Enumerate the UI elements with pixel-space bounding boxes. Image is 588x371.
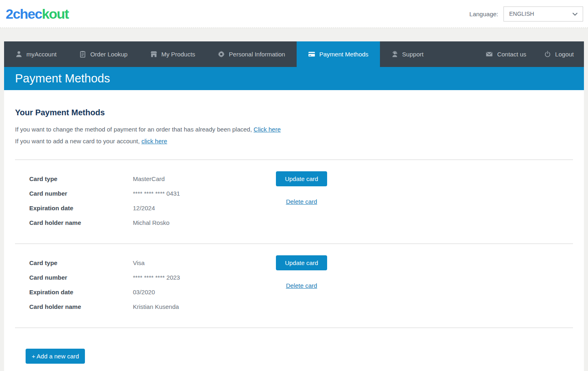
expiration-date-value: 12/2024: [133, 204, 155, 213]
brand-logo-part1: 2chec: [6, 6, 42, 22]
language-selected-value: ENGLISH: [509, 11, 534, 17]
card-type-value: Visa: [133, 259, 145, 267]
expiration-date-label: Expiration date: [29, 288, 133, 297]
card-fields: Card type MasterCard Card number **** **…: [29, 175, 276, 233]
card-number-value: **** **** **** 2023: [133, 273, 180, 282]
card-holder-row: Card holder name Kristian Kusenda: [29, 302, 276, 317]
nav-item-label: My Products: [161, 51, 195, 58]
page-content: Your Payment Methods If you want to chan…: [4, 90, 584, 371]
gear-icon: [218, 51, 225, 58]
add-card-row: + Add a new card: [15, 328, 573, 364]
update-card-button[interactable]: Update card: [276, 255, 327, 270]
card-holder-label: Card holder name: [29, 218, 133, 227]
intro-line-change-payment: If you want to change the method of paym…: [15, 126, 573, 133]
card-number-row: Card number **** **** **** 0431: [29, 189, 276, 204]
nav-item-order-lookup[interactable]: Order Lookup: [68, 41, 139, 67]
clipboard-icon: [79, 51, 86, 58]
card-number-row: Card number **** **** **** 2023: [29, 273, 276, 288]
card-holder-row: Card holder name Michal Rosko: [29, 218, 276, 233]
card-actions: Update card Delete card: [276, 255, 327, 317]
card-type-row: Card type MasterCard: [29, 175, 276, 189]
payment-card-mastercard: Card type MasterCard Card number **** **…: [15, 160, 573, 244]
nav-item-label: Contact us: [497, 51, 526, 58]
nav-item-myaccount[interactable]: myAccount: [4, 41, 68, 67]
card-holder-label: Card holder name: [29, 302, 133, 311]
nav-item-payment-methods[interactable]: Payment Methods: [297, 41, 380, 67]
nav-item-contact-us[interactable]: Contact us: [477, 41, 535, 67]
delete-card-link[interactable]: Delete card: [286, 282, 317, 289]
card-type-label: Card type: [29, 175, 133, 183]
card-number-label: Card number: [29, 273, 133, 282]
card-type-label: Card type: [29, 259, 133, 267]
language-area: Language: ENGLISH: [469, 6, 583, 22]
expiration-date-row: Expiration date 03/2020: [29, 288, 276, 302]
delete-card-link[interactable]: Delete card: [286, 198, 317, 205]
main-navigation: myAccount Order Lookup My Products Perso…: [4, 41, 584, 67]
card-type-value: MasterCard: [133, 175, 165, 183]
nav-item-label: Payment Methods: [319, 51, 369, 58]
page-title: Payment Methods: [15, 72, 110, 85]
card-actions: Update card Delete card: [276, 171, 327, 233]
brand-logo[interactable]: 2checkout: [6, 7, 69, 21]
card-number-label: Card number: [29, 189, 133, 198]
payment-card-visa: Card type Visa Card number **** **** ***…: [15, 244, 573, 328]
card-fields: Card type Visa Card number **** **** ***…: [29, 259, 276, 317]
intro-text: If you want to add a new card to your ac…: [15, 138, 140, 145]
headset-icon: [391, 51, 398, 58]
card-type-row: Card type Visa: [29, 259, 276, 273]
nav-item-logout[interactable]: Logout: [535, 41, 584, 67]
nav-item-my-products[interactable]: My Products: [139, 41, 206, 67]
language-label: Language:: [469, 11, 498, 17]
intro-text: If you want to change the method of paym…: [15, 126, 252, 133]
brand-logo-part2: kout: [42, 6, 69, 22]
section-title: Your Payment Methods: [15, 90, 573, 117]
add-new-card-button[interactable]: + Add a new card: [26, 349, 85, 364]
nav-item-label: Personal Information: [229, 51, 285, 58]
expiration-date-row: Expiration date 12/2024: [29, 204, 276, 218]
card-holder-value: Kristian Kusenda: [133, 302, 179, 311]
add-card-link[interactable]: click here: [141, 138, 167, 145]
update-card-button[interactable]: Update card: [276, 171, 327, 186]
change-payment-link[interactable]: Click here: [254, 126, 281, 133]
nav-item-label: Order Lookup: [90, 51, 128, 58]
power-icon: [544, 51, 551, 58]
language-select[interactable]: ENGLISH: [503, 6, 583, 22]
nav-item-label: Support: [402, 51, 424, 58]
expiration-date-label: Expiration date: [29, 204, 133, 213]
nav-item-label: myAccount: [26, 51, 56, 58]
nav-item-support[interactable]: Support: [380, 41, 435, 67]
user-icon: [15, 51, 22, 58]
envelope-icon: [486, 51, 493, 58]
nav-item-personal-information[interactable]: Personal Information: [206, 41, 296, 67]
card-holder-value: Michal Rosko: [133, 218, 169, 227]
expiration-date-value: 03/2020: [133, 288, 155, 297]
store-icon: [150, 51, 157, 58]
credit-card-icon: [308, 51, 315, 58]
chevron-down-icon: [573, 11, 577, 17]
top-header: 2checkout Language: ENGLISH: [0, 0, 588, 28]
nav-item-label: Logout: [555, 51, 574, 58]
card-number-value: **** **** **** 0431: [133, 189, 180, 198]
main-container: myAccount Order Lookup My Products Perso…: [4, 41, 584, 371]
page-title-bar: Payment Methods: [4, 67, 584, 90]
intro-line-add-card: If you want to add a new card to your ac…: [15, 138, 573, 145]
